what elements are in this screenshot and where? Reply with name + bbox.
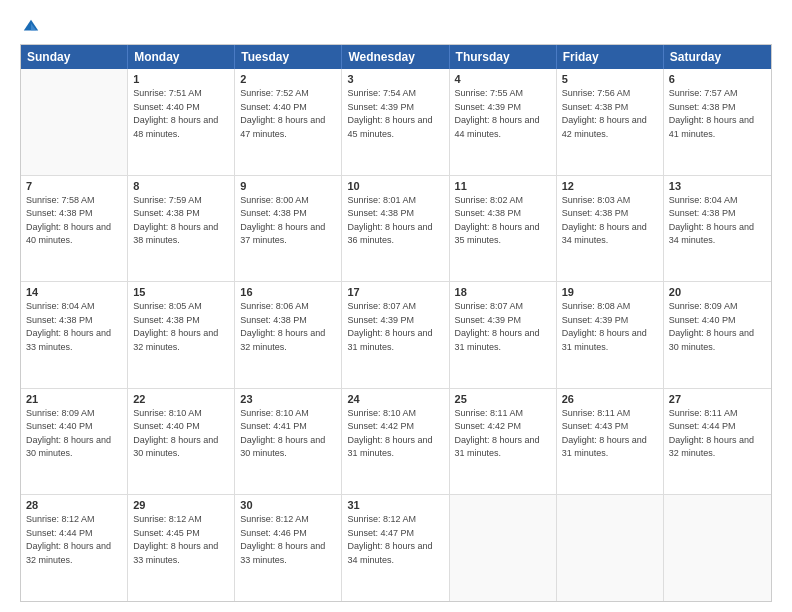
calendar-cell: 30Sunrise: 8:12 AMSunset: 4:46 PMDayligh…	[235, 495, 342, 601]
calendar-cell: 3Sunrise: 7:54 AMSunset: 4:39 PMDaylight…	[342, 69, 449, 175]
day-number: 9	[240, 180, 336, 192]
day-info: Sunrise: 8:04 AMSunset: 4:38 PMDaylight:…	[26, 300, 122, 354]
day-number: 8	[133, 180, 229, 192]
calendar-cell: 16Sunrise: 8:06 AMSunset: 4:38 PMDayligh…	[235, 282, 342, 388]
day-info: Sunrise: 7:57 AMSunset: 4:38 PMDaylight:…	[669, 87, 766, 141]
day-info: Sunrise: 8:09 AMSunset: 4:40 PMDaylight:…	[669, 300, 766, 354]
day-info: Sunrise: 8:01 AMSunset: 4:38 PMDaylight:…	[347, 194, 443, 248]
calendar-cell: 31Sunrise: 8:12 AMSunset: 4:47 PMDayligh…	[342, 495, 449, 601]
header	[20, 18, 772, 36]
calendar-cell: 17Sunrise: 8:07 AMSunset: 4:39 PMDayligh…	[342, 282, 449, 388]
calendar-cell: 29Sunrise: 8:12 AMSunset: 4:45 PMDayligh…	[128, 495, 235, 601]
calendar-cell	[21, 69, 128, 175]
calendar-cell: 24Sunrise: 8:10 AMSunset: 4:42 PMDayligh…	[342, 389, 449, 495]
day-info: Sunrise: 7:54 AMSunset: 4:39 PMDaylight:…	[347, 87, 443, 141]
day-info: Sunrise: 8:07 AMSunset: 4:39 PMDaylight:…	[347, 300, 443, 354]
calendar-cell: 19Sunrise: 8:08 AMSunset: 4:39 PMDayligh…	[557, 282, 664, 388]
day-info: Sunrise: 7:55 AMSunset: 4:39 PMDaylight:…	[455, 87, 551, 141]
day-info: Sunrise: 8:09 AMSunset: 4:40 PMDaylight:…	[26, 407, 122, 461]
day-info: Sunrise: 8:10 AMSunset: 4:41 PMDaylight:…	[240, 407, 336, 461]
calendar: SundayMondayTuesdayWednesdayThursdayFrid…	[20, 44, 772, 602]
day-number: 14	[26, 286, 122, 298]
calendar-cell: 4Sunrise: 7:55 AMSunset: 4:39 PMDaylight…	[450, 69, 557, 175]
day-number: 10	[347, 180, 443, 192]
day-info: Sunrise: 8:12 AMSunset: 4:46 PMDaylight:…	[240, 513, 336, 567]
day-number: 21	[26, 393, 122, 405]
calendar-week-1: 1Sunrise: 7:51 AMSunset: 4:40 PMDaylight…	[21, 69, 771, 176]
calendar-cell: 28Sunrise: 8:12 AMSunset: 4:44 PMDayligh…	[21, 495, 128, 601]
calendar-cell: 9Sunrise: 8:00 AMSunset: 4:38 PMDaylight…	[235, 176, 342, 282]
calendar-cell: 14Sunrise: 8:04 AMSunset: 4:38 PMDayligh…	[21, 282, 128, 388]
calendar-cell: 25Sunrise: 8:11 AMSunset: 4:42 PMDayligh…	[450, 389, 557, 495]
calendar-cell: 13Sunrise: 8:04 AMSunset: 4:38 PMDayligh…	[664, 176, 771, 282]
day-info: Sunrise: 7:51 AMSunset: 4:40 PMDaylight:…	[133, 87, 229, 141]
day-number: 3	[347, 73, 443, 85]
calendar-week-2: 7Sunrise: 7:58 AMSunset: 4:38 PMDaylight…	[21, 176, 771, 283]
calendar-cell: 22Sunrise: 8:10 AMSunset: 4:40 PMDayligh…	[128, 389, 235, 495]
calendar-cell: 6Sunrise: 7:57 AMSunset: 4:38 PMDaylight…	[664, 69, 771, 175]
calendar-body: 1Sunrise: 7:51 AMSunset: 4:40 PMDaylight…	[21, 69, 771, 601]
calendar-cell: 1Sunrise: 7:51 AMSunset: 4:40 PMDaylight…	[128, 69, 235, 175]
day-info: Sunrise: 8:07 AMSunset: 4:39 PMDaylight:…	[455, 300, 551, 354]
day-number: 6	[669, 73, 766, 85]
calendar-cell: 26Sunrise: 8:11 AMSunset: 4:43 PMDayligh…	[557, 389, 664, 495]
day-number: 23	[240, 393, 336, 405]
header-day-monday: Monday	[128, 45, 235, 69]
day-number: 27	[669, 393, 766, 405]
day-info: Sunrise: 8:05 AMSunset: 4:38 PMDaylight:…	[133, 300, 229, 354]
day-number: 25	[455, 393, 551, 405]
calendar-week-3: 14Sunrise: 8:04 AMSunset: 4:38 PMDayligh…	[21, 282, 771, 389]
day-number: 1	[133, 73, 229, 85]
header-day-saturday: Saturday	[664, 45, 771, 69]
calendar-page: SundayMondayTuesdayWednesdayThursdayFrid…	[0, 0, 792, 612]
day-info: Sunrise: 8:06 AMSunset: 4:38 PMDaylight:…	[240, 300, 336, 354]
calendar-cell: 12Sunrise: 8:03 AMSunset: 4:38 PMDayligh…	[557, 176, 664, 282]
day-info: Sunrise: 8:04 AMSunset: 4:38 PMDaylight:…	[669, 194, 766, 248]
calendar-cell: 23Sunrise: 8:10 AMSunset: 4:41 PMDayligh…	[235, 389, 342, 495]
calendar-cell: 10Sunrise: 8:01 AMSunset: 4:38 PMDayligh…	[342, 176, 449, 282]
calendar-week-5: 28Sunrise: 8:12 AMSunset: 4:44 PMDayligh…	[21, 495, 771, 601]
day-number: 31	[347, 499, 443, 511]
calendar-cell: 11Sunrise: 8:02 AMSunset: 4:38 PMDayligh…	[450, 176, 557, 282]
day-info: Sunrise: 8:11 AMSunset: 4:44 PMDaylight:…	[669, 407, 766, 461]
logo	[20, 18, 40, 36]
day-info: Sunrise: 7:52 AMSunset: 4:40 PMDaylight:…	[240, 87, 336, 141]
calendar-cell: 20Sunrise: 8:09 AMSunset: 4:40 PMDayligh…	[664, 282, 771, 388]
day-number: 13	[669, 180, 766, 192]
day-number: 7	[26, 180, 122, 192]
day-info: Sunrise: 7:59 AMSunset: 4:38 PMDaylight:…	[133, 194, 229, 248]
calendar-cell: 15Sunrise: 8:05 AMSunset: 4:38 PMDayligh…	[128, 282, 235, 388]
day-number: 11	[455, 180, 551, 192]
calendar-cell: 5Sunrise: 7:56 AMSunset: 4:38 PMDaylight…	[557, 69, 664, 175]
calendar-cell: 18Sunrise: 8:07 AMSunset: 4:39 PMDayligh…	[450, 282, 557, 388]
calendar-cell	[664, 495, 771, 601]
day-info: Sunrise: 8:11 AMSunset: 4:42 PMDaylight:…	[455, 407, 551, 461]
calendar-cell: 27Sunrise: 8:11 AMSunset: 4:44 PMDayligh…	[664, 389, 771, 495]
calendar-cell	[557, 495, 664, 601]
day-info: Sunrise: 7:58 AMSunset: 4:38 PMDaylight:…	[26, 194, 122, 248]
day-info: Sunrise: 8:02 AMSunset: 4:38 PMDaylight:…	[455, 194, 551, 248]
day-info: Sunrise: 7:56 AMSunset: 4:38 PMDaylight:…	[562, 87, 658, 141]
day-number: 16	[240, 286, 336, 298]
day-number: 30	[240, 499, 336, 511]
calendar-cell: 21Sunrise: 8:09 AMSunset: 4:40 PMDayligh…	[21, 389, 128, 495]
day-number: 17	[347, 286, 443, 298]
calendar-cell: 8Sunrise: 7:59 AMSunset: 4:38 PMDaylight…	[128, 176, 235, 282]
day-info: Sunrise: 8:03 AMSunset: 4:38 PMDaylight:…	[562, 194, 658, 248]
day-number: 18	[455, 286, 551, 298]
header-day-wednesday: Wednesday	[342, 45, 449, 69]
logo-icon	[22, 18, 40, 36]
day-info: Sunrise: 8:10 AMSunset: 4:42 PMDaylight:…	[347, 407, 443, 461]
day-info: Sunrise: 8:12 AMSunset: 4:44 PMDaylight:…	[26, 513, 122, 567]
day-number: 19	[562, 286, 658, 298]
header-day-tuesday: Tuesday	[235, 45, 342, 69]
day-info: Sunrise: 8:11 AMSunset: 4:43 PMDaylight:…	[562, 407, 658, 461]
day-number: 12	[562, 180, 658, 192]
header-day-sunday: Sunday	[21, 45, 128, 69]
day-info: Sunrise: 8:12 AMSunset: 4:45 PMDaylight:…	[133, 513, 229, 567]
header-day-friday: Friday	[557, 45, 664, 69]
calendar-cell: 7Sunrise: 7:58 AMSunset: 4:38 PMDaylight…	[21, 176, 128, 282]
day-info: Sunrise: 8:08 AMSunset: 4:39 PMDaylight:…	[562, 300, 658, 354]
calendar-header-row: SundayMondayTuesdayWednesdayThursdayFrid…	[21, 45, 771, 69]
day-number: 4	[455, 73, 551, 85]
